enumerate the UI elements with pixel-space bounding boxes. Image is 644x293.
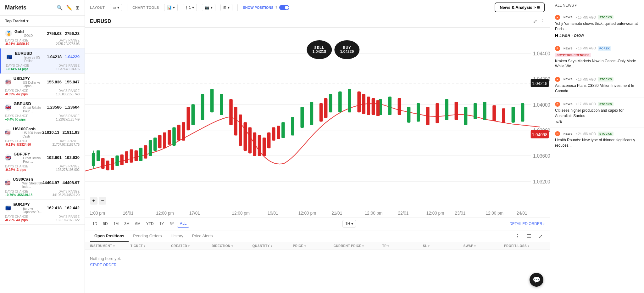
sort-icon: ▾ (362, 245, 364, 248)
table-col-price[interactable]: PRICE▾ (293, 244, 334, 248)
layout-label: LAYOUT (90, 6, 105, 9)
sell-label: SELL (314, 46, 324, 49)
instrument-change: DAY'S CHANGE -0.02% -3 pips (5, 165, 28, 172)
time-period-btn[interactable]: YTD (144, 220, 156, 228)
instrument-item[interactable]: 🏅 Gold GOLD 2756.03 2756.23 DAY'S CHANGE… (0, 27, 85, 48)
time-period-btn[interactable]: 3M (122, 220, 132, 228)
search-icon[interactable]: 🔍 (57, 5, 63, 11)
instrument-flag: 🏅 (5, 30, 12, 37)
time-period-btn[interactable]: 6M (133, 220, 143, 228)
positions-toggle[interactable] (279, 5, 289, 10)
instrument-price1: 162.418 (47, 206, 62, 210)
timeframe-selector[interactable]: 1H ▾ (342, 220, 356, 228)
table-col-profit_loss[interactable]: PROFIT/LOSS▾ (504, 244, 545, 248)
table-col-sl[interactable]: SL▾ (423, 244, 464, 248)
resize-btn[interactable]: ⊞ ▾ (220, 4, 232, 11)
time-period-btn[interactable]: 1M (111, 220, 121, 228)
instrument-item[interactable]: 🇺🇸 USDJPY US Dollar vs Japan... 155.836 … (0, 74, 85, 99)
svg-rect-59 (239, 115, 242, 146)
news-item[interactable]: R NEWS • 17 MIN AGO STOCKS Citi sees hig… (550, 98, 644, 128)
separator-1 (127, 4, 127, 11)
bottom-tab[interactable]: History (166, 230, 187, 242)
instrument-item[interactable]: 🇺🇸 US100Cash US 100 Index Cash 21810.13 … (0, 124, 85, 149)
svg-rect-24 (211, 89, 214, 112)
expand-icon: ⊡ (537, 6, 540, 9)
svg-text:1:00 pm: 1:00 pm (90, 210, 105, 216)
svg-rect-53 (168, 130, 171, 144)
timeframe-chevron-icon: ▾ (351, 222, 353, 226)
bottom-tab[interactable]: Open Positions (90, 230, 129, 242)
svg-text:24/01: 24/01 (516, 210, 527, 216)
news-category-tag: STOCKS (598, 102, 613, 106)
instrument-item[interactable]: 🇬🇧 GBPJPY Great Britain Poun... 192.601 … (0, 149, 85, 174)
time-period-btn[interactable]: 5D (100, 220, 110, 228)
sell-button[interactable]: SELL 1.04218 (307, 40, 332, 59)
zoom-in-button[interactable]: + (90, 197, 97, 205)
svg-text:21/01: 21/01 (331, 210, 342, 216)
instrument-range: DAY'S RANGE 1.03714/1.04376 (56, 64, 80, 71)
start-order-link[interactable]: START ORDER (90, 263, 545, 267)
zoom-out-button[interactable]: − (99, 197, 106, 205)
expand-panel-icon[interactable]: ⤢ (536, 232, 545, 241)
news-item[interactable]: R NEWS • 16 MIN AGO STOCKS Astrazeneca P… (550, 73, 644, 98)
instrument-item[interactable]: 🇪🇺 EURUSD Euro vs US Dollar 1.04218 1.04… (0, 48, 85, 74)
news-item[interactable]: R NEWS • 16 MIN AGO FOREXCRYPTOCURRENCIE… (550, 42, 644, 73)
all-news-dropdown[interactable]: ALL NEWS ▾ (555, 3, 577, 8)
bottom-tab[interactable]: Pending Orders (129, 230, 166, 242)
time-period-btn[interactable]: 5Y (167, 220, 177, 228)
detailed-order-button[interactable]: DETAILED ORDER › (509, 222, 545, 226)
toggle-thumb (285, 6, 289, 9)
more-options-icon[interactable]: ⋮ (540, 18, 545, 24)
resize-icon: ⊞ (223, 5, 226, 10)
more-icon[interactable]: ⋮ (513, 232, 522, 241)
fullscreen-icon[interactable]: ⤢ (533, 18, 537, 24)
chart-tools-btn[interactable]: 📊 ▾ (164, 4, 178, 11)
news-category-tag: STOCKS (598, 15, 613, 20)
instrument-item[interactable]: 🇺🇸 US30Cash Wall Street 30 Inde... 44494… (0, 174, 85, 200)
svg-rect-50 (144, 145, 147, 158)
news-item[interactable]: R NEWS • 15 MIN AGO STOCKS Yohji Yamamot… (550, 11, 644, 42)
camera-btn[interactable]: 📷 ▾ (202, 4, 215, 11)
time-period-btn[interactable]: 1D (90, 220, 100, 228)
sort-icon: ▾ (428, 245, 430, 248)
news-analysis-button[interactable]: News & Analysis > ⊡ (495, 3, 545, 12)
change-value: -0.25% -41 pips (5, 218, 28, 222)
news-item[interactable]: R NEWS • 24 MIN AGO STOCKS Health Rounds… (550, 127, 644, 152)
instrument-range: DAY'S RANGE 192.275/193.002 (56, 165, 80, 172)
instrument-item[interactable]: 🇪🇺 EURJPY Euro vs Japanese Y... 162.418 … (0, 200, 85, 225)
range-label: DAY'S RANGE (58, 215, 80, 218)
show-positions[interactable]: SHOW POSITIONS ? (243, 5, 289, 10)
table-col-swap[interactable]: SWAP▾ (464, 244, 504, 248)
columns-icon[interactable]: ☰ (525, 232, 533, 241)
indicator-btn[interactable]: ƒ 1 ▾ (183, 4, 197, 11)
table-col-current_price[interactable]: CURRENT PRICE▾ (334, 244, 382, 248)
news-time: • 15 MIN AGO (576, 16, 596, 19)
svg-rect-48 (130, 149, 133, 162)
col-label: QUANTITY (252, 244, 269, 248)
instrument-item[interactable]: 🇬🇧 GBPUSD Great Britain Poun... 1.23586 … (0, 99, 85, 124)
table-col-tp[interactable]: TP▾ (382, 244, 423, 248)
svg-rect-67 (277, 126, 280, 139)
table-col-created[interactable]: CREATED▾ (171, 244, 212, 248)
buy-label: BUY (343, 46, 351, 49)
table-col-instrument[interactable]: INSTRUMENT▾ (90, 244, 130, 248)
table-col-ticket[interactable]: TICKET▾ (130, 244, 171, 248)
time-period-btn[interactable]: 1Y (157, 220, 167, 228)
grid-icon[interactable]: ⊞ (75, 5, 80, 11)
news-items-list: R NEWS • 15 MIN AGO STOCKS Yohji Yamamot… (550, 11, 644, 152)
news-source-icon: R (555, 102, 560, 107)
time-period-btn[interactable]: ALL (177, 220, 189, 228)
edit-icon[interactable]: ✏️ (66, 5, 72, 11)
news-source-icon: R (555, 46, 560, 51)
buy-button[interactable]: BUY 1.04229 (334, 40, 359, 59)
top-traded-header[interactable]: Top Traded ▾ (0, 16, 85, 27)
svg-text:1.04098: 1.04098 (532, 132, 547, 137)
table-col-quantity[interactable]: QUANTITY▾ (252, 244, 293, 248)
change-value: +0.14% 14 pips (6, 67, 28, 71)
bottom-tab[interactable]: Price Alerts (188, 230, 217, 242)
table-col-direction[interactable]: DIRECTION▾ (212, 244, 252, 248)
layout-btn[interactable]: ▭ ▾ (110, 4, 122, 11)
instrument-change: DAY'S CHANGE -0.01% -US$0.19 (5, 39, 29, 46)
chat-button[interactable]: 💬 (530, 273, 543, 287)
col-label: PRICE (293, 244, 303, 248)
